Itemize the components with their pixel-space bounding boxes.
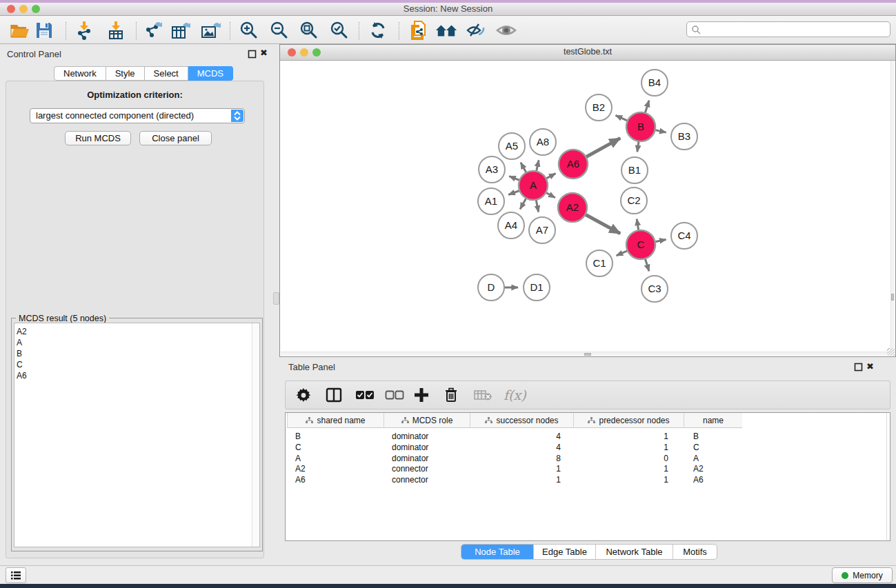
table-panel-float-icon[interactable] xyxy=(854,363,863,372)
memory-button[interactable]: Memory xyxy=(832,567,893,583)
graph-node-C3[interactable]: C3 xyxy=(641,276,668,302)
graph-node-A6[interactable]: A6 xyxy=(559,150,588,179)
graph-node-B[interactable]: B xyxy=(626,112,655,141)
close-window-button[interactable] xyxy=(7,5,15,13)
tab-select[interactable]: Select xyxy=(145,66,188,81)
zoom-out-icon[interactable] xyxy=(268,20,290,41)
cell-shared-name[interactable]: A6 xyxy=(295,474,382,485)
tab-network[interactable]: Network xyxy=(54,66,106,81)
minimize-window-button[interactable] xyxy=(19,5,28,13)
show-networks-icon[interactable] xyxy=(435,20,457,41)
cell-name[interactable]: A6 xyxy=(693,474,741,485)
cell-shared-name[interactable]: A xyxy=(295,453,382,464)
result-item[interactable]: B xyxy=(17,348,259,359)
graph-node-B1[interactable]: B1 xyxy=(621,157,648,183)
save-session-icon[interactable] xyxy=(33,20,55,41)
export-image-icon[interactable] xyxy=(199,20,221,41)
result-item[interactable]: A2 xyxy=(17,326,259,337)
cell-mcds-role[interactable]: connector xyxy=(392,474,468,485)
tab-network-table[interactable]: Network Table xyxy=(595,545,673,559)
graph-node-A4[interactable]: A4 xyxy=(498,212,524,239)
resize-grip[interactable] xyxy=(887,348,895,356)
refresh-icon[interactable] xyxy=(367,20,389,41)
control-panel-float-icon[interactable] xyxy=(248,50,257,59)
control-panel-close-icon[interactable]: ✖ xyxy=(260,48,269,57)
graph-node-C1[interactable]: C1 xyxy=(586,250,613,276)
cell-predecessor-nodes[interactable]: 1 xyxy=(573,463,668,474)
cell-predecessor-nodes[interactable]: 1 xyxy=(573,442,668,453)
cell-mcds-role[interactable]: dominator xyxy=(392,442,468,453)
close-panel-button[interactable]: Close panel xyxy=(139,131,212,145)
split-columns-icon[interactable] xyxy=(326,387,344,403)
network-hscrollbar[interactable] xyxy=(281,352,895,356)
hscroll-handle[interactable] xyxy=(584,353,591,356)
graph-node-B3[interactable]: B3 xyxy=(671,123,697,150)
criterion-select[interactable]: largest connected component (directed) xyxy=(30,108,245,123)
graph-node-C[interactable]: C xyxy=(626,230,655,259)
network-zoom-button[interactable] xyxy=(312,48,321,57)
cell-predecessor-nodes[interactable]: 1 xyxy=(573,431,668,442)
result-list-scrollbar[interactable] xyxy=(252,323,259,547)
cell-successor-nodes[interactable]: 4 xyxy=(470,431,561,442)
vscroll-handle[interactable] xyxy=(891,294,894,301)
task-history-button[interactable] xyxy=(6,567,26,583)
column-header-successor-nodes[interactable]: successor nodes xyxy=(470,413,573,428)
cell-successor-nodes[interactable]: 4 xyxy=(470,442,561,453)
cell-shared-name[interactable]: A2 xyxy=(295,463,382,474)
result-item[interactable]: A6 xyxy=(17,370,259,381)
tab-mcds[interactable]: MCDS xyxy=(188,66,233,81)
cell-name[interactable]: C xyxy=(693,442,741,453)
select-all-checkboxes-icon[interactable] xyxy=(355,390,373,400)
network-minimize-button[interactable] xyxy=(300,48,308,57)
cell-predecessor-nodes[interactable]: 1 xyxy=(573,474,668,485)
cell-successor-nodes[interactable]: 8 xyxy=(470,453,561,464)
import-table-icon[interactable] xyxy=(105,20,127,41)
hide-selected-icon[interactable] xyxy=(465,20,487,41)
cell-shared-name[interactable]: B xyxy=(295,431,382,442)
graph-node-A8[interactable]: A8 xyxy=(530,129,556,155)
open-file-icon[interactable] xyxy=(9,20,31,41)
result-item[interactable]: C xyxy=(17,359,259,370)
cell-name[interactable]: B xyxy=(693,431,741,442)
graph-node-B2[interactable]: B2 xyxy=(586,94,612,121)
cell-shared-name[interactable]: C xyxy=(295,442,382,453)
graph-node-C2[interactable]: C2 xyxy=(621,187,647,214)
graph-node-A5[interactable]: A5 xyxy=(499,133,525,159)
graph-node-A[interactable]: A xyxy=(519,171,548,200)
node-table[interactable]: shared nameMCDS rolesuccessor nodesprede… xyxy=(285,412,890,541)
zoom-selected-icon[interactable] xyxy=(328,20,350,41)
graph-node-B4[interactable]: B4 xyxy=(641,70,668,96)
graph-node-C4[interactable]: C4 xyxy=(671,223,697,249)
cell-mcds-role[interactable]: dominator xyxy=(392,453,468,464)
graph-node-A7[interactable]: A7 xyxy=(529,217,555,243)
graph-node-A3[interactable]: A3 xyxy=(479,156,505,183)
column-header-name[interactable]: name xyxy=(684,413,742,428)
run-mcds-button[interactable]: Run MCDS xyxy=(65,131,131,145)
column-header-MCDS-role[interactable]: MCDS role xyxy=(384,413,470,428)
panel-splitter-handle[interactable] xyxy=(273,292,279,305)
network-graph[interactable]: B4B2BB3A5A8A6A3AB1A1C2A2A4A7CC4C1C3DD1 xyxy=(281,61,895,352)
graph-node-A1[interactable]: A1 xyxy=(478,188,504,214)
cell-name[interactable]: A2 xyxy=(693,463,741,474)
column-header-shared-name[interactable]: shared name xyxy=(287,413,384,428)
add-column-icon[interactable] xyxy=(415,388,432,402)
network-close-button[interactable] xyxy=(288,48,296,57)
graph-node-D[interactable]: D xyxy=(478,274,504,301)
export-table-icon[interactable] xyxy=(170,20,192,41)
result-item[interactable]: A xyxy=(17,337,259,348)
cell-successor-nodes[interactable]: 1 xyxy=(470,474,561,485)
network-canvas[interactable]: B4B2BB3A5A8A6A3AB1A1C2A2A4A7CC4C1C3DD1 xyxy=(281,61,895,352)
zoom-in-icon[interactable] xyxy=(238,20,260,41)
mcds-result-list[interactable]: A2ABCA6 xyxy=(14,323,260,547)
tab-motifs[interactable]: Motifs xyxy=(673,545,717,559)
graph-node-D1[interactable]: D1 xyxy=(524,274,550,301)
cell-mcds-role[interactable]: dominator xyxy=(392,431,468,442)
graph-node-A2[interactable]: A2 xyxy=(558,193,587,222)
new-session-icon[interactable] xyxy=(408,20,430,41)
cell-mcds-role[interactable]: connector xyxy=(392,463,468,474)
gear-icon[interactable] xyxy=(296,387,314,403)
tab-edge-table[interactable]: Edge Table xyxy=(533,545,595,559)
network-vscrollbar[interactable] xyxy=(890,61,895,352)
export-network-icon[interactable] xyxy=(142,20,164,41)
column-header-predecessor-nodes[interactable]: predecessor nodes xyxy=(573,413,684,428)
